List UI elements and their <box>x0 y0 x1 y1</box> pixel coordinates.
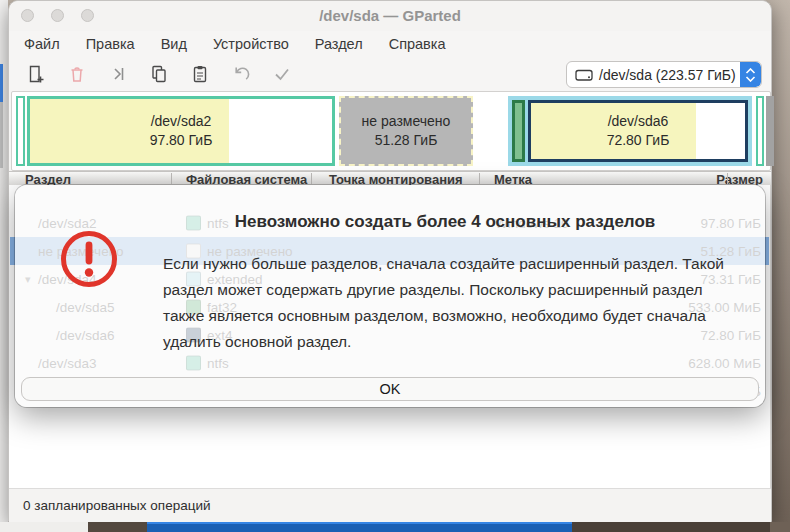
pending-operations-text: 0 запланированных операций <box>9 498 210 513</box>
new-partition-button[interactable] <box>15 59 56 89</box>
device-selector-label: /dev/sda (223.57 ГиБ) <box>595 67 740 83</box>
warning-icon <box>58 228 120 290</box>
partition-segment-small-ntfs[interactable] <box>16 96 25 166</box>
undo-icon <box>231 64 251 84</box>
copy-button[interactable] <box>138 59 179 89</box>
segment-sda2-size: 97.80 ГиБ <box>30 131 332 150</box>
menu-view[interactable]: Вид <box>148 36 200 52</box>
background-blue-fragment <box>0 64 3 102</box>
chevron-up-icon <box>745 68 756 74</box>
menu-device[interactable]: Устройство <box>200 36 302 52</box>
segment-unallocated-size: 51.28 ГиБ <box>341 131 471 150</box>
undo-button[interactable] <box>220 59 261 89</box>
gparted-window: /dev/sda — GParted Файл Правка Вид Устро… <box>8 0 772 522</box>
partition-visual-panel: /dev/sda2 97.80 ГиБ не размечено 51.28 Г… <box>11 91 771 171</box>
apply-button[interactable] <box>261 59 302 89</box>
partition-segment-sda2[interactable]: /dev/sda2 97.80 ГиБ <box>27 96 335 166</box>
segment-unallocated-name: не размечено <box>341 112 471 131</box>
resize-move-button[interactable] <box>97 59 138 89</box>
partition-segment-sda5[interactable] <box>512 100 525 162</box>
table-header: Раздел Файловая система Точка монтирован… <box>9 171 771 185</box>
new-partition-icon <box>26 64 46 84</box>
ok-button[interactable]: OK <box>21 377 759 401</box>
menu-help[interactable]: Справка <box>376 36 459 52</box>
paste-button[interactable] <box>179 59 220 89</box>
apply-check-icon <box>272 64 292 84</box>
titlebar[interactable]: /dev/sda — GParted <box>9 1 771 31</box>
partition-visual-track: /dev/sda2 97.80 ГиБ не размечено 51.28 Г… <box>16 96 768 166</box>
taskbar-active-item[interactable] <box>147 522 572 532</box>
segment-sda6-size: 72.80 ГиБ <box>531 131 745 150</box>
statusbar: 0 запланированных операций <box>9 488 771 522</box>
paste-icon <box>190 64 210 84</box>
partition-segment-unallocated[interactable]: не размечено 51.28 ГиБ <box>339 96 473 166</box>
delete-partition-button[interactable] <box>56 59 97 89</box>
menu-file[interactable]: Файл <box>11 36 73 52</box>
dialog-body-text: Если нужно больше разделов, сначала созд… <box>163 251 729 355</box>
taskbar <box>0 522 790 532</box>
menu-partition[interactable]: Раздел <box>302 36 376 52</box>
trash-icon <box>67 64 87 84</box>
window-title: /dev/sda — GParted <box>9 7 771 24</box>
segment-sda2-name: /dev/sda2 <box>30 112 332 131</box>
menubar: Файл Правка Вид Устройство Раздел Справк… <box>11 31 771 57</box>
dialog-title: Невозможно создать более 4 основных разд… <box>145 212 745 232</box>
partition-segment-unallocated-end[interactable] <box>766 96 774 166</box>
partition-segment-sda3[interactable] <box>756 96 764 166</box>
partition-segment-extended[interactable]: /dev/sda6 72.80 ГиБ <box>508 96 752 166</box>
error-dialog: Невозможно создать более 4 основных разд… <box>15 185 765 407</box>
desktop: /dev/sda — GParted Файл Правка Вид Устро… <box>0 0 790 532</box>
resize-move-icon <box>108 64 128 84</box>
segment-sda6-name: /dev/sda6 <box>531 112 745 131</box>
device-selector-spinner[interactable] <box>740 62 761 87</box>
harddisk-icon <box>573 65 595 85</box>
background-gray-fragment <box>0 102 3 168</box>
partition-segment-sda6[interactable]: /dev/sda6 72.80 ГиБ <box>528 100 748 162</box>
copy-icon <box>149 64 169 84</box>
menu-edit[interactable]: Правка <box>73 36 148 52</box>
chevron-down-icon <box>745 76 756 82</box>
device-selector[interactable]: /dev/sda (223.57 ГиБ) <box>566 61 762 88</box>
